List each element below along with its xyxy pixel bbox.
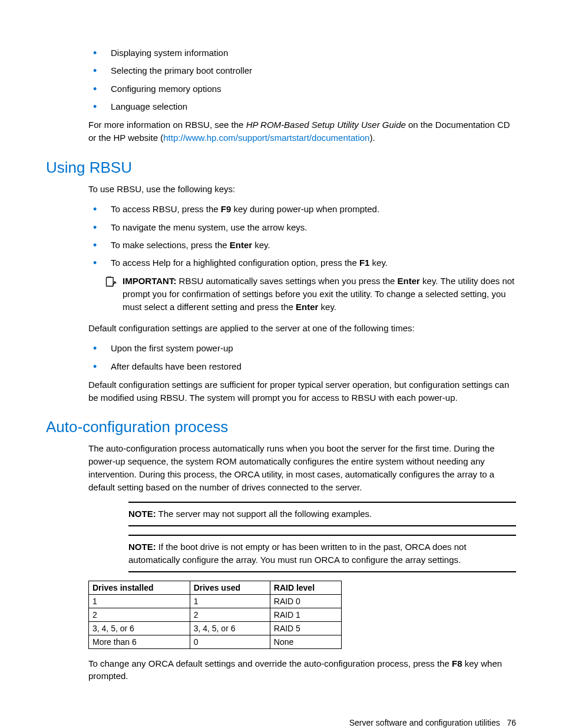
list-item: After defaults have been restored — [87, 361, 516, 373]
list-item: Language selection — [87, 101, 516, 113]
list-item: Upon the first system power-up — [87, 342, 516, 354]
text-run: To change any ORCA default settings and … — [88, 658, 452, 668]
text-run: RBSU automatically saves settings when y… — [176, 276, 397, 286]
table-cell: More than 6 — [89, 635, 190, 648]
list-item: Selecting the primary boot controller — [87, 65, 516, 77]
table-header-row: Drives installed Drives used RAID level — [89, 581, 342, 594]
note-callout-1: NOTE: The server may not support all the… — [128, 502, 516, 526]
footer-section-title: Server software and configuration utilit… — [349, 718, 500, 727]
default-settings-list: Upon the first system power-up After def… — [46, 342, 516, 373]
key-name: F8 — [452, 658, 462, 668]
key-name: Enter — [230, 240, 252, 250]
rbsu-lead: To use RBSU, use the following keys: — [88, 183, 516, 196]
list-item: To access RBSU, press the F9 key during … — [87, 203, 516, 215]
table-cell: RAID 1 — [270, 608, 341, 621]
text-run: key during power-up when prompted. — [231, 204, 379, 214]
document-page: Displaying system information Selecting … — [0, 0, 562, 728]
table-cell: RAID 0 — [270, 594, 341, 608]
table-row: 3, 4, 5, or 6 3, 4, 5, or 6 RAID 5 — [89, 621, 342, 635]
key-name: Enter — [296, 302, 318, 312]
col-header: Drives installed — [89, 581, 190, 594]
important-text: IMPORTANT: RBSU automatically saves sett… — [123, 275, 516, 313]
auto-config-lead: The auto-configuration process automatic… — [88, 442, 516, 493]
table-cell: 0 — [190, 635, 270, 648]
important-label: IMPORTANT: — [123, 276, 176, 286]
text-run: To access RBSU, press the — [111, 204, 221, 214]
list-item: To make selections, press the Enter key. — [87, 239, 516, 251]
page-footer: Server software and configuration utilit… — [46, 718, 516, 727]
important-icon — [105, 275, 123, 313]
heading-using-rbsu: Using RBSU — [46, 159, 516, 177]
text-run: key. — [252, 240, 270, 250]
col-header: Drives used — [190, 581, 270, 594]
intro-paragraph: For more information on RBSU, see the HP… — [88, 118, 516, 144]
list-item: Configuring memory options — [87, 83, 516, 95]
raid-table: Drives installed Drives used RAID level … — [88, 581, 342, 649]
key-name: Enter — [398, 276, 420, 286]
table-row: 1 1 RAID 0 — [89, 594, 342, 608]
table-cell: 3, 4, 5, or 6 — [89, 621, 190, 635]
col-header: RAID level — [270, 581, 341, 594]
table-row: More than 6 0 None — [89, 635, 342, 648]
svg-rect-0 — [107, 278, 114, 286]
table-cell: 2 — [190, 608, 270, 621]
intro-bullet-list: Displaying system information Selecting … — [46, 47, 516, 113]
text-run: To make selections, press the — [111, 240, 230, 250]
note-text: The server may not support all the follo… — [156, 509, 372, 519]
table-row: 2 2 RAID 1 — [89, 608, 342, 621]
note-callout-2: NOTE: If the boot drive is not empty or … — [128, 535, 516, 572]
key-name: F1 — [359, 258, 370, 268]
heading-auto-config: Auto-configuration process — [46, 418, 516, 436]
rbsu-key-list: To access RBSU, press the F9 key during … — [46, 203, 516, 269]
list-item: Displaying system information — [87, 47, 516, 59]
closing-paragraph: To change any ORCA default settings and … — [88, 657, 516, 683]
table-cell: 2 — [89, 608, 190, 621]
table-cell: 3, 4, 5, or 6 — [190, 621, 270, 635]
hp-support-link[interactable]: http://www.hp.com/support/smartstart/doc… — [163, 133, 369, 143]
text-run: To navigate the menu system, use the arr… — [111, 222, 308, 232]
text-run: key. — [318, 302, 336, 312]
list-item: To access Help for a highlighted configu… — [87, 257, 516, 269]
note-label: NOTE: — [128, 542, 156, 552]
table-cell: 1 — [89, 594, 190, 608]
table-cell: None — [270, 635, 341, 648]
text-run: key. — [369, 258, 388, 268]
list-item: To navigate the menu system, use the arr… — [87, 222, 516, 233]
key-name: F9 — [221, 204, 232, 214]
text-run: For more information on RBSU, see the — [88, 120, 246, 130]
default-settings-lead: Default configuration settings are appli… — [88, 322, 516, 335]
text-run: ). — [369, 133, 375, 143]
footer-page-number: 76 — [507, 718, 516, 727]
note-label: NOTE: — [128, 509, 156, 519]
table-cell: 1 — [190, 594, 270, 608]
important-callout: IMPORTANT: RBSU automatically saves sett… — [105, 275, 516, 313]
note-text: If the boot drive is not empty or has be… — [128, 542, 467, 565]
text-run: To access Help for a highlighted configu… — [111, 258, 359, 268]
doc-title-italic: HP ROM-Based Setup Utility User Guide — [246, 120, 406, 130]
default-settings-after: Default configuration settings are suffi… — [88, 378, 516, 404]
table-cell: RAID 5 — [270, 621, 341, 635]
